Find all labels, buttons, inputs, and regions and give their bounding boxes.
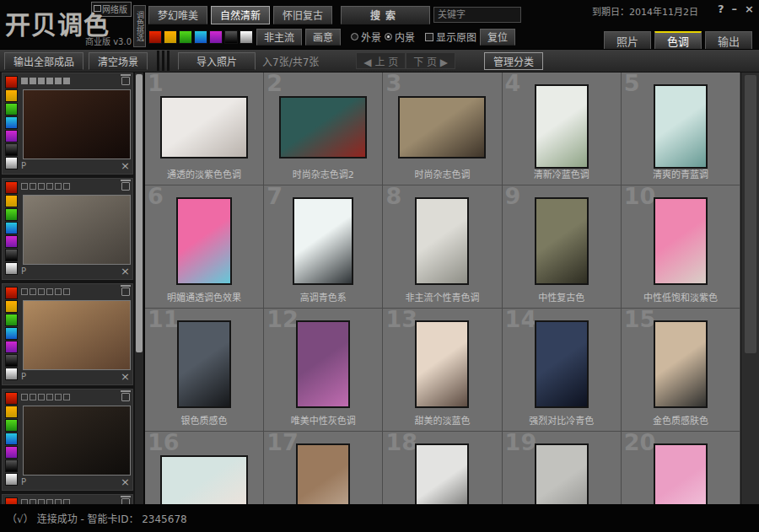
preset-cell[interactable]: 15 金色质感肤色 bbox=[622, 309, 740, 432]
black-swatch[interactable] bbox=[224, 30, 238, 44]
remove-icon[interactable]: × bbox=[121, 266, 130, 277]
search-button[interactable]: 搜索 bbox=[341, 6, 430, 24]
preset-thumbnail[interactable] bbox=[654, 197, 708, 285]
cyan-ramp[interactable] bbox=[5, 222, 18, 234]
white-swatch[interactable] bbox=[240, 30, 253, 44]
preset-thumbnail[interactable] bbox=[654, 84, 708, 169]
trash-icon[interactable] bbox=[121, 77, 130, 85]
photo-thumbnail[interactable] bbox=[23, 89, 131, 159]
orange-swatch[interactable] bbox=[164, 30, 177, 44]
white-ramp[interactable] bbox=[5, 473, 18, 486]
black-ramp[interactable] bbox=[5, 249, 18, 261]
remove-icon[interactable]: × bbox=[121, 476, 130, 487]
preset-thumbnail[interactable] bbox=[415, 197, 469, 285]
vertical-tab-color-pick[interactable]: 调色挑选 bbox=[133, 5, 146, 47]
preset-cell[interactable]: 6 明媚通透调色效果 bbox=[145, 185, 264, 309]
preset-cell[interactable]: 14 强烈对比冷青色 bbox=[503, 309, 622, 432]
preset-cell[interactable]: 11 银色质感色 bbox=[145, 309, 264, 432]
import-photos-button[interactable]: 导入照片 bbox=[178, 52, 256, 70]
radio-indoor[interactable]: 内景 bbox=[385, 30, 415, 44]
preset-cell[interactable]: 7 高调青色系 bbox=[264, 185, 383, 309]
style-button-retro[interactable]: 怀旧复古 bbox=[273, 6, 332, 24]
purple-ramp[interactable] bbox=[5, 446, 18, 459]
cyan-swatch[interactable] bbox=[194, 30, 207, 44]
green-ramp[interactable] bbox=[5, 208, 18, 221]
close-button[interactable]: × bbox=[745, 3, 754, 15]
trash-icon[interactable] bbox=[121, 182, 130, 191]
green-ramp[interactable] bbox=[5, 419, 18, 432]
green-ramp[interactable] bbox=[5, 103, 18, 116]
cyan-ramp[interactable] bbox=[5, 433, 18, 445]
green-ramp[interactable] bbox=[5, 314, 18, 326]
preset-cell[interactable]: 5 清爽的青蓝调 bbox=[622, 73, 740, 185]
photo-thumbnail[interactable] bbox=[23, 195, 131, 265]
preset-thumbnail[interactable] bbox=[654, 320, 708, 408]
cyan-ramp[interactable] bbox=[5, 116, 18, 129]
preset-thumbnail[interactable] bbox=[535, 84, 589, 169]
style-button-natural-fresh[interactable]: 自然清新 bbox=[211, 6, 270, 24]
orange-ramp[interactable] bbox=[5, 300, 18, 313]
green-swatch[interactable] bbox=[179, 30, 192, 44]
preset-cell[interactable]: 1 通透的淡紫色色调 bbox=[145, 73, 264, 185]
red-ramp[interactable] bbox=[5, 392, 18, 405]
purple-ramp[interactable] bbox=[5, 341, 18, 353]
preset-thumbnail[interactable] bbox=[279, 96, 367, 159]
reset-button[interactable]: 复位 bbox=[480, 29, 515, 46]
red-ramp[interactable] bbox=[5, 76, 18, 89]
tab-color-tone[interactable]: 色调 bbox=[654, 31, 702, 49]
show-original-checkbox[interactable]: 显示原图 bbox=[425, 30, 476, 44]
style-button-dreamy[interactable]: 梦幻唯美 bbox=[148, 6, 207, 24]
black-ramp[interactable] bbox=[5, 143, 18, 156]
preset-cell[interactable]: 4 清新冷蓝色调 bbox=[503, 73, 622, 185]
preset-cell[interactable]: 9 中性复古色 bbox=[503, 185, 622, 309]
preset-thumbnail[interactable] bbox=[535, 320, 589, 408]
prev-page-button[interactable]: ◀ 上 页 bbox=[356, 52, 406, 69]
sidebar-photo-item[interactable]: P × bbox=[2, 283, 133, 385]
minimize-button[interactable]: – bbox=[732, 3, 738, 15]
tab-output[interactable]: 输出 bbox=[705, 31, 752, 49]
help-button[interactable]: ? bbox=[718, 3, 724, 15]
next-page-button[interactable]: 下 页 ▶ bbox=[406, 52, 455, 69]
remove-icon[interactable]: × bbox=[121, 160, 130, 171]
white-ramp[interactable] bbox=[5, 157, 18, 169]
preset-thumbnail[interactable] bbox=[160, 96, 248, 159]
purple-swatch[interactable] bbox=[209, 30, 223, 44]
sidebar-photo-item[interactable]: P × bbox=[2, 178, 133, 280]
cyan-ramp[interactable] bbox=[5, 327, 18, 340]
photo-thumbnail[interactable] bbox=[23, 300, 131, 370]
preset-cell[interactable]: 10 中性低饱和淡紫色 bbox=[622, 185, 740, 309]
purple-ramp[interactable] bbox=[5, 130, 18, 142]
preset-thumbnail[interactable] bbox=[293, 197, 353, 285]
black-ramp[interactable] bbox=[5, 354, 18, 367]
sidebar-scroll-thumb[interactable] bbox=[136, 74, 143, 352]
grid-scroll-thumb[interactable] bbox=[745, 75, 756, 353]
orange-ramp[interactable] bbox=[5, 89, 18, 102]
preset-cell[interactable]: 13 甜美的淡蓝色 bbox=[383, 309, 502, 432]
preset-thumbnail[interactable] bbox=[177, 320, 231, 408]
rating-squares[interactable] bbox=[21, 78, 70, 84]
clear-scene-button[interactable]: 清空场景 bbox=[89, 52, 148, 70]
red-swatch[interactable] bbox=[148, 30, 162, 44]
preset-cell[interactable]: 8 非主流个性青色调 bbox=[383, 185, 502, 309]
white-ramp[interactable] bbox=[5, 368, 18, 380]
export-all-button[interactable]: 输出全部成品 bbox=[4, 52, 83, 70]
trash-icon[interactable] bbox=[121, 287, 130, 296]
manage-categories-button[interactable]: 管理分类 bbox=[484, 52, 543, 70]
remove-icon[interactable]: × bbox=[121, 371, 130, 382]
radio-outdoor[interactable]: 外景 bbox=[351, 30, 381, 44]
keyword-input[interactable] bbox=[433, 7, 521, 23]
preset-thumbnail[interactable] bbox=[415, 320, 469, 408]
grid-scrollbar[interactable] bbox=[740, 73, 759, 532]
black-ramp[interactable] bbox=[5, 459, 18, 472]
preset-cell[interactable]: 3 时尚杂志色调 bbox=[383, 73, 502, 185]
red-ramp[interactable] bbox=[5, 287, 18, 299]
rating-squares[interactable] bbox=[21, 394, 70, 400]
purple-ramp[interactable] bbox=[5, 235, 18, 248]
tab-photos[interactable]: 照片 bbox=[604, 31, 651, 49]
rating-squares[interactable] bbox=[21, 288, 70, 295]
preset-thumbnail[interactable] bbox=[296, 320, 350, 408]
orange-ramp[interactable] bbox=[5, 195, 18, 207]
preset-cell[interactable]: 12 唯美中性灰色调 bbox=[264, 309, 383, 432]
photo-thumbnail[interactable] bbox=[23, 406, 131, 476]
preset-thumbnail[interactable] bbox=[398, 96, 486, 159]
